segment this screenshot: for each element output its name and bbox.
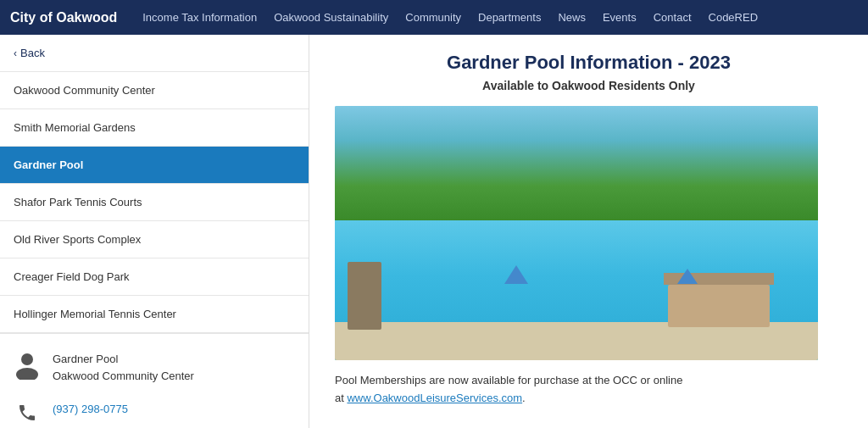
chevron-left-icon: ‹: [14, 47, 17, 59]
sidebar-item-shafor[interactable]: Shafor Park Tennis Courts: [0, 184, 309, 221]
back-button[interactable]: ‹ Back: [0, 35, 309, 72]
sidebar-item-old-river[interactable]: Old River Sports Complex: [0, 221, 309, 258]
location-row: Gardner Pool Oakwood Community Center: [14, 351, 295, 384]
lifeguard-chair: [348, 262, 381, 330]
description-line1: Pool Memberships are now available for p…: [335, 374, 682, 386]
svg-point-0: [21, 353, 33, 365]
person-icon: [14, 353, 41, 380]
description-line2: at: [335, 392, 347, 404]
main-nav: City of Oakwood Income Tax Information O…: [0, 0, 868, 35]
svg-point-1: [16, 368, 38, 380]
sidebar-item-occ[interactable]: Oakwood Community Center: [0, 72, 309, 109]
nav-community[interactable]: Community: [397, 0, 470, 35]
umbrella2: [677, 269, 698, 284]
location-text: Gardner Pool Oakwood Community Center: [53, 351, 194, 384]
nav-codered[interactable]: CodeRED: [700, 0, 767, 35]
nav-sustainability[interactable]: Oakwood Sustainability: [265, 0, 397, 35]
sidebar: ‹ Back Oakwood Community Center Smith Me…: [0, 35, 309, 428]
nav-events[interactable]: Events: [594, 0, 645, 35]
main-content: Gardner Pool Information - 2023 Availabl…: [309, 35, 868, 428]
sidebar-item-hollinger[interactable]: Hollinger Memorial Tennis Center: [0, 296, 309, 333]
sidebar-item-creager[interactable]: Creager Field Dog Park: [0, 258, 309, 296]
nav-income-tax[interactable]: Income Tax Information: [134, 0, 265, 35]
phone-link[interactable]: (937) 298-0775: [53, 403, 128, 415]
sidebar-item-smith[interactable]: Smith Memorial Gardens: [0, 109, 309, 147]
back-label: Back: [20, 47, 45, 59]
pool-description: Pool Memberships are now available for p…: [335, 372, 818, 408]
page-body: ‹ Back Oakwood Community Center Smith Me…: [0, 35, 868, 428]
page-title: Gardner Pool Information - 2023: [335, 52, 843, 74]
description-end: .: [522, 392, 526, 404]
umbrella1: [504, 265, 528, 284]
phone-text[interactable]: (937) 298-0775: [53, 401, 128, 418]
sidebar-contact: Gardner Pool Oakwood Community Center (9…: [0, 333, 309, 428]
location-line1: Gardner Pool: [53, 351, 194, 368]
nav-links: Income Tax Information Oakwood Sustainab…: [134, 0, 766, 35]
site-brand[interactable]: City of Oakwood: [10, 10, 117, 25]
website-link[interactable]: www.OakwoodLeisureServices.com: [347, 392, 522, 404]
pool-image: [335, 106, 818, 360]
building: [668, 285, 770, 327]
nav-news[interactable]: News: [549, 0, 594, 35]
pool-deck: [335, 322, 818, 360]
nav-contact[interactable]: Contact: [645, 0, 700, 35]
trees-bg: [335, 106, 818, 220]
location-line2: Oakwood Community Center: [53, 368, 194, 385]
sidebar-item-gardner[interactable]: Gardner Pool: [0, 147, 309, 184]
phone-row: (937) 298-0775: [14, 401, 295, 423]
page-subtitle: Available to Oakwood Residents Only: [335, 79, 843, 92]
phone-icon: [14, 403, 41, 423]
nav-departments[interactable]: Departments: [470, 0, 549, 35]
